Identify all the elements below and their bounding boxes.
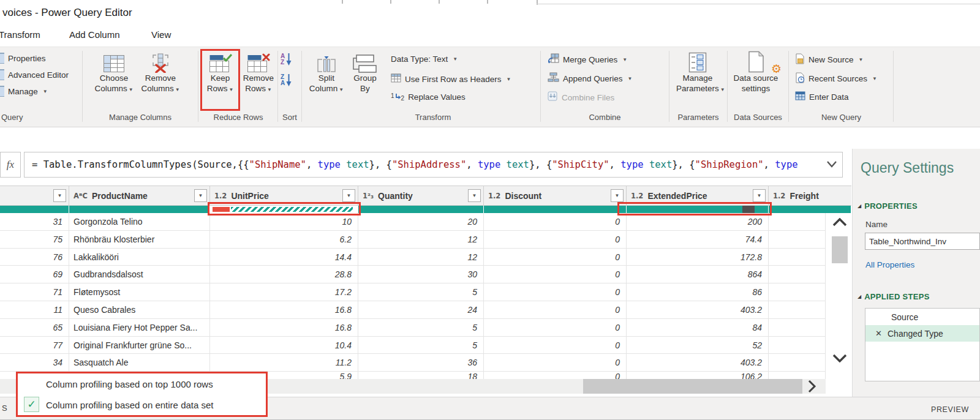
query-name-input[interactable] xyxy=(865,233,980,250)
filter-dropdown-button[interactable]: ▼ xyxy=(753,189,766,202)
cell-rowid[interactable]: 34 xyxy=(0,354,69,371)
data-source-settings-button[interactable]: ⚙ Data source settings xyxy=(733,50,779,94)
cell-rowid[interactable]: 75 xyxy=(0,231,69,248)
column-header-unitprice[interactable]: 1.2 UnitPrice ▼ xyxy=(210,186,358,205)
ribbon-item-advanced-editor[interactable]: Advanced Editor xyxy=(0,69,69,80)
cell-rowid[interactable]: 11 xyxy=(0,301,69,318)
cell-productname[interactable]: Sasquatch Ale xyxy=(69,354,210,371)
filter-dropdown-button[interactable]: ▼ xyxy=(342,189,355,202)
cell-unitprice[interactable]: 10 xyxy=(210,213,358,230)
split-column-button[interactable]: Split Column▼ xyxy=(307,50,345,95)
tab-view[interactable]: View xyxy=(151,29,171,40)
cell-quantity[interactable]: 5 xyxy=(358,319,484,336)
ribbon-item-properties[interactable]: Properties xyxy=(0,53,46,64)
cell-quantity[interactable]: 12 xyxy=(358,231,484,248)
cell-extendedprice[interactable]: 52 xyxy=(627,337,769,354)
column-header-productname[interactable]: AᴮC ProductName ▼ xyxy=(69,186,210,205)
cell-unitprice[interactable]: 16.8 xyxy=(210,301,358,318)
cell-extendedprice[interactable]: 172.8 xyxy=(627,249,769,266)
filter-dropdown-button[interactable]: ▼ xyxy=(194,189,207,202)
cell-discount[interactable]: 0 xyxy=(484,266,627,283)
cell-productname[interactable]: Queso Cabrales xyxy=(69,301,210,318)
delete-step-icon[interactable]: ✕ xyxy=(875,329,885,338)
cell-extendedprice[interactable]: 106.2 xyxy=(627,372,769,379)
filter-dropdown-button[interactable]: ▼ xyxy=(53,189,66,202)
append-queries-button[interactable]: Append Queries ▼ xyxy=(548,72,633,84)
cell-quantity[interactable]: 30 xyxy=(358,266,484,283)
cell-freight[interactable] xyxy=(769,231,826,248)
cell-productname[interactable]: Lakkalikööri xyxy=(69,249,210,266)
cell-quantity[interactable]: 5 xyxy=(358,337,484,354)
step-changed-type[interactable]: ✕ Changed Type xyxy=(865,325,979,342)
all-properties-link[interactable]: All Properties xyxy=(865,260,914,269)
cell-rowid[interactable]: 76 xyxy=(0,249,69,266)
cell-discount[interactable]: 0 xyxy=(484,213,627,230)
cell-discount[interactable]: 0 xyxy=(484,337,627,354)
column-header-rowid[interactable]: ▼ xyxy=(0,186,69,205)
table-row[interactable]: 75 Rhönbräu Klosterbier 6.2 12 0 74.4 xyxy=(0,231,826,249)
column-header-discount[interactable]: 1.2 Discount ▼ xyxy=(484,186,627,205)
scroll-right-icon[interactable] xyxy=(807,380,816,396)
cell-quantity[interactable]: 5 xyxy=(358,283,484,301)
formula-bar-input[interactable]: = Table.TransformColumnTypes(Source,{{"S… xyxy=(24,152,843,178)
profiling-top-1000-option[interactable]: Column profiling based on top 1000 rows xyxy=(18,373,266,394)
table-row[interactable]: 76 Lakkalikööri 14.4 12 0 172.8 xyxy=(0,249,826,266)
table-row[interactable]: 77 Original Frankfurter grüne So... 10.4… xyxy=(0,337,826,354)
cell-productname[interactable]: Louisiana Fiery Hot Pepper Sa... xyxy=(69,319,210,336)
cell-rowid[interactable]: 71 xyxy=(0,283,69,301)
vertical-scroll-thumb[interactable] xyxy=(832,236,848,263)
keep-rows-button[interactable]: Keep Rows▼ xyxy=(203,50,238,95)
cell-freight[interactable] xyxy=(769,337,826,354)
column-header-freight[interactable]: 1.2 Freight xyxy=(769,186,851,205)
step-source[interactable]: Source xyxy=(865,309,979,325)
cell-discount[interactable]: 0 xyxy=(484,372,627,379)
merge-queries-button[interactable]: Merge Queries ▼ xyxy=(548,53,627,66)
scroll-down-icon[interactable] xyxy=(832,354,847,365)
cell-productname[interactable]: Gorgonzola Telino xyxy=(69,213,210,230)
table-row[interactable]: 69 Gudbrandsdalsost 28.8 30 0 864 xyxy=(0,266,826,283)
formula-expand-chevron-icon[interactable] xyxy=(826,160,837,171)
table-row[interactable]: 34 Sasquatch Ale 11.2 36 0 403.2 xyxy=(0,354,826,372)
cell-unitprice[interactable]: 28.8 xyxy=(210,266,358,283)
cell-unitprice[interactable]: 14.4 xyxy=(210,249,358,266)
cell-discount[interactable]: 0 xyxy=(484,249,627,266)
remove-columns-button[interactable]: Remove Columns▼ xyxy=(138,50,183,95)
cell-freight[interactable] xyxy=(769,319,826,336)
replace-values-button[interactable]: 1 2 Replace Values xyxy=(391,92,466,102)
cell-quantity[interactable]: 12 xyxy=(358,249,484,266)
profiling-entire-dataset-option[interactable]: ✓ Column profiling based on entire data … xyxy=(18,394,266,415)
cell-unitprice[interactable]: 16.8 xyxy=(210,319,358,336)
filter-dropdown-button[interactable]: ▼ xyxy=(468,189,481,202)
applied-steps-section-header[interactable]: ◢ APPLIED STEPS xyxy=(858,292,930,301)
cell-freight[interactable] xyxy=(769,283,826,301)
table-row[interactable]: 11 Queso Cabrales 16.8 24 0 403.2 xyxy=(0,301,826,319)
cell-extendedprice[interactable]: 200 xyxy=(627,213,769,230)
filter-dropdown-button[interactable]: ▼ xyxy=(611,189,624,202)
enter-data-button[interactable]: Enter Data xyxy=(795,91,849,102)
tab-transform[interactable]: Transform xyxy=(0,29,40,40)
cell-rowid[interactable]: 77 xyxy=(0,337,69,354)
cell-extendedprice[interactable]: 74.4 xyxy=(627,231,769,248)
cell-productname[interactable]: Original Frankfurter grüne So... xyxy=(69,337,210,354)
properties-section-header[interactable]: ◢ PROPERTIES xyxy=(858,201,918,211)
cell-freight[interactable] xyxy=(769,266,826,283)
vertical-scrollbar[interactable] xyxy=(828,213,851,379)
cell-unitprice[interactable]: 11.2 xyxy=(210,354,358,371)
group-by-button[interactable]: Group By xyxy=(348,50,382,94)
cell-freight[interactable] xyxy=(769,213,826,230)
choose-columns-button[interactable]: Choose Columns▼ xyxy=(93,50,135,95)
cell-extendedprice[interactable]: 403.2 xyxy=(627,354,769,371)
cell-unitprice[interactable]: 10.4 xyxy=(210,337,358,354)
cell-rowid[interactable]: 65 xyxy=(0,319,69,336)
cell-extendedprice[interactable]: 403.2 xyxy=(627,301,769,318)
cell-quantity[interactable]: 24 xyxy=(358,301,484,318)
cell-quantity[interactable]: 36 xyxy=(358,354,484,371)
column-header-extendedprice[interactable]: 1.2 ExtendedPrice ▼ xyxy=(627,186,769,205)
cell-discount[interactable]: 0 xyxy=(484,301,627,318)
table-row[interactable]: 71 Fløtemysost 17.2 5 0 86 xyxy=(0,283,826,301)
new-source-button[interactable]: New Source ▼ xyxy=(795,53,863,66)
cell-discount[interactable]: 0 xyxy=(484,283,627,301)
cell-productname[interactable]: Gudbrandsdalsost xyxy=(69,266,210,283)
cell-productname[interactable]: Fløtemysost xyxy=(69,283,210,301)
cell-rowid[interactable]: 31 xyxy=(0,213,69,230)
